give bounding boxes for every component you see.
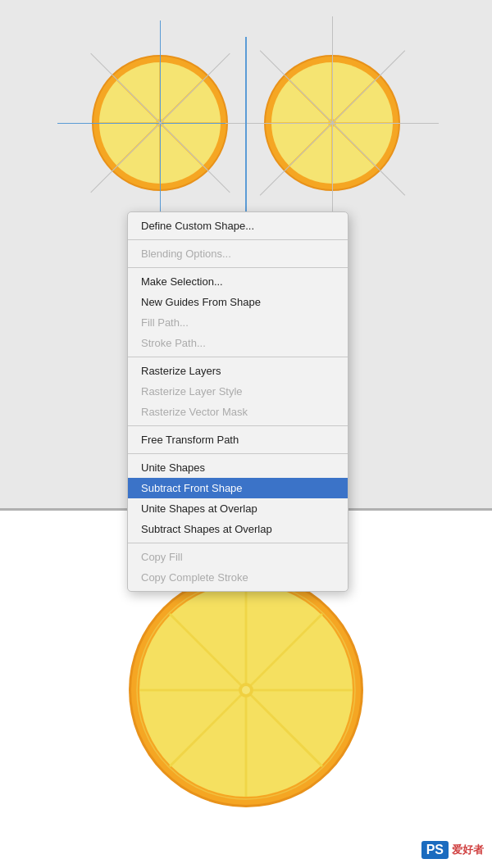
menu-item-unite-shapes[interactable]: Unite Shapes: [128, 457, 348, 478]
menu-divider-2: [128, 267, 348, 268]
menu-divider-5: [128, 453, 348, 454]
menu-divider-3: [128, 357, 348, 357]
menu-item-rasterize-vector-mask: Rasterize Vector Mask: [128, 402, 348, 422]
svg-point-28: [242, 686, 250, 694]
menu-item-blending-options: Blending Options...: [128, 243, 348, 264]
menu-item-copy-complete-stroke: Copy Complete Stroke: [128, 567, 348, 588]
menu-item-subtract-shapes-overlap[interactable]: Subtract Shapes at Overlap: [128, 519, 348, 539]
orange-slice-left: [90, 53, 230, 193]
menu-item-define-custom-shape[interactable]: Define Custom Shape...: [128, 216, 348, 236]
menu-item-rasterize-layer-style: Rasterize Layer Style: [128, 381, 348, 402]
menu-divider-6: [128, 543, 348, 543]
menu-item-new-guides[interactable]: New Guides From Shape: [128, 292, 348, 312]
watermark-site: 爱好者: [452, 843, 484, 857]
orange-container: [90, 53, 402, 193]
menu-divider-1: [128, 239, 348, 240]
menu-item-fill-path: Fill Path...: [128, 312, 348, 333]
menu-item-make-selection[interactable]: Make Selection...: [128, 271, 348, 292]
watermark: PS 爱好者: [421, 841, 484, 859]
orange-slice-large: [123, 567, 369, 813]
watermark-ps: PS: [421, 841, 449, 859]
menu-divider-4: [128, 425, 348, 426]
menu-item-subtract-front-shape[interactable]: Subtract Front Shape: [128, 478, 348, 498]
menu-item-copy-fill: Copy Fill: [128, 547, 348, 567]
orange-slice-right: [262, 53, 402, 193]
menu-item-unite-shapes-overlap[interactable]: Unite Shapes at Overlap: [128, 498, 348, 519]
canvas-area: [0, 0, 492, 229]
menu-item-free-transform-path[interactable]: Free Transform Path: [128, 429, 348, 450]
top-section: Define Custom Shape... Blending Options.…: [0, 0, 492, 508]
context-menu[interactable]: Define Custom Shape... Blending Options.…: [127, 211, 348, 592]
menu-item-stroke-path: Stroke Path...: [128, 333, 348, 353]
menu-item-rasterize-layers[interactable]: Rasterize Layers: [128, 361, 348, 381]
